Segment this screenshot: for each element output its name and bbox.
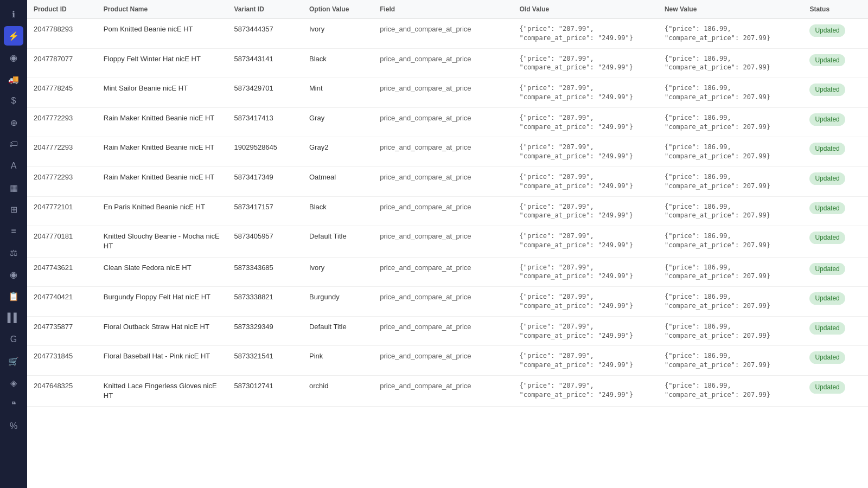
quote-icon[interactable]: ❝ [4, 395, 23, 414]
variant-id-cell: 5873417349 [228, 166, 303, 196]
bolt-icon[interactable]: ⚡ [4, 26, 23, 46]
g-icon[interactable]: G [4, 330, 23, 349]
product-name-cell: Floral Outback Straw Hat nicE HT [97, 316, 228, 346]
grid-icon[interactable]: ⊞ [4, 200, 23, 219]
new-value-cell: {"price": 186.99, "compare_at_price": 20… [658, 316, 803, 346]
product-name-cell: Knitted Lace Fingerless Gloves nicE HT [97, 375, 228, 406]
option-value-cell: Black [303, 48, 373, 78]
variant-id-cell: 5873329349 [228, 316, 303, 346]
status-badge: Updated [809, 351, 845, 364]
option-value-cell: Mint [303, 78, 373, 108]
variant-id-cell: 5873338821 [228, 287, 303, 317]
balance-icon[interactable]: ⚖ [4, 243, 23, 262]
table-row: 2047770181Knitted Slouchy Beanie - Mocha… [27, 226, 868, 257]
eye-icon[interactable]: ◉ [4, 265, 23, 284]
field-cell: price_and_compare_at_price [373, 257, 513, 287]
table-row: 2047772293Rain Maker Knitted Beanie nicE… [27, 166, 868, 196]
variant-id-cell: 5873429701 [228, 78, 303, 108]
table-row: 2047743621Clean Slate Fedora nicE HT5873… [27, 257, 868, 287]
option-value-cell: Default Title [303, 226, 373, 257]
old-value-cell: {"price": "207.99", "compare_at_price": … [513, 166, 658, 196]
circle-icon[interactable]: ◉ [4, 48, 23, 67]
new-value-cell: {"price": 186.99, "compare_at_price": 20… [658, 375, 803, 406]
text-icon[interactable]: A [4, 156, 23, 176]
variant-id-cell: 5873012741 [228, 375, 303, 406]
old-value-cell: {"price": "207.99", "compare_at_price": … [513, 316, 658, 346]
cart-icon[interactable]: 🛒 [4, 351, 23, 371]
option-value-cell: Pink [303, 346, 373, 376]
old-value-cell: {"price": "207.99", "compare_at_price": … [513, 257, 658, 287]
variant-id-cell: 5873444357 [228, 19, 303, 49]
status-cell: Updated [803, 48, 868, 78]
product-name-cell: Clean Slate Fedora nicE HT [97, 257, 228, 287]
field-cell: price_and_compare_at_price [373, 19, 513, 49]
barcode-icon[interactable]: ▌▌ [4, 308, 23, 328]
product-name-cell: Rain Maker Knitted Beanie nicE HT [97, 166, 228, 196]
status-cell: Updated [803, 375, 868, 406]
field-cell: price_and_compare_at_price [373, 48, 513, 78]
old-value-cell: {"price": "207.99", "compare_at_price": … [513, 226, 658, 257]
status-cell: Updated [803, 137, 868, 167]
product-name-cell: En Paris Knitted Beanie nicE HT [97, 196, 228, 226]
percent-icon[interactable]: % [4, 416, 23, 436]
new-value-cell: {"price": 186.99, "compare_at_price": 20… [658, 19, 803, 49]
status-badge: Updated [809, 232, 845, 244]
status-badge: Updated [809, 143, 845, 155]
product-id-cell: 2047731845 [27, 346, 97, 376]
status-badge: Updated [809, 263, 845, 275]
status-badge: Updated [809, 292, 845, 305]
field-cell: price_and_compare_at_price [373, 78, 513, 108]
status-badge: Updated [809, 322, 845, 335]
col-old-value: Old Value [513, 0, 658, 19]
note-icon[interactable]: 📋 [4, 286, 23, 306]
new-value-cell: {"price": 186.99, "compare_at_price": 20… [658, 196, 803, 226]
status-badge: Updated [809, 54, 845, 67]
tag-icon[interactable]: 🏷 [4, 134, 23, 154]
field-cell: price_and_compare_at_price [373, 375, 513, 406]
status-badge: Updated [809, 113, 845, 126]
option-value-cell: Ivory [303, 19, 373, 49]
field-cell: price_and_compare_at_price [373, 107, 513, 137]
option-value-cell: Default Title [303, 316, 373, 346]
new-value-cell: {"price": 186.99, "compare_at_price": 20… [658, 346, 803, 376]
field-cell: price_and_compare_at_price [373, 166, 513, 196]
field-cell: price_and_compare_at_price [373, 346, 513, 376]
sidebar: ℹ⚡◉🚚$⊕🏷A▦⊞≡⚖◉📋▌▌G🛒◈❝% [0, 0, 27, 488]
variant-id-cell: 5873417157 [228, 196, 303, 226]
status-cell: Updated [803, 166, 868, 196]
truck-icon[interactable]: 🚚 [4, 69, 23, 89]
product-name-cell: Floral Baseball Hat - Pink nicE HT [97, 346, 228, 376]
table-row: 2047735877Floral Outback Straw Hat nicE … [27, 316, 868, 346]
product-name-cell: Burgundy Floppy Felt Hat nicE HT [97, 287, 228, 317]
field-cell: price_and_compare_at_price [373, 316, 513, 346]
status-cell: Updated [803, 107, 868, 137]
dollar-icon[interactable]: $ [4, 91, 23, 111]
field-cell: price_and_compare_at_price [373, 196, 513, 226]
list-icon[interactable]: ≡ [4, 221, 23, 241]
table-row: 2047772101En Paris Knitted Beanie nicE H… [27, 196, 868, 226]
product-id-cell: 2047743621 [27, 257, 97, 287]
old-value-cell: {"price": "207.99", "compare_at_price": … [513, 137, 658, 167]
option-value-cell: Oatmeal [303, 166, 373, 196]
product-name-cell: Knitted Slouchy Beanie - Mocha nicE HT [97, 226, 228, 257]
grid2-icon[interactable]: ▦ [4, 178, 23, 197]
status-cell: Updated [803, 346, 868, 376]
old-value-cell: {"price": "207.99", "compare_at_price": … [513, 287, 658, 317]
tag2-icon[interactable]: ⊕ [4, 113, 23, 132]
status-badge: Updated [809, 84, 845, 96]
product-id-cell: 2047772293 [27, 137, 97, 167]
table-row: 2047787077Floppy Felt Winter Hat nicE HT… [27, 48, 868, 78]
variant-id-cell: 19029528645 [228, 137, 303, 167]
table-container[interactable]: Product ID Product Name Variant ID Optio… [27, 0, 868, 488]
field-cell: price_and_compare_at_price [373, 137, 513, 167]
layer-icon[interactable]: ◈ [4, 373, 23, 393]
old-value-cell: {"price": "207.99", "compare_at_price": … [513, 107, 658, 137]
info-icon[interactable]: ℹ [4, 4, 23, 24]
product-name-cell: Rain Maker Knitted Beanie nicE HT [97, 107, 228, 137]
col-status: Status [803, 0, 868, 19]
new-value-cell: {"price": 186.99, "compare_at_price": 20… [658, 78, 803, 108]
option-value-cell: Ivory [303, 257, 373, 287]
status-badge: Updated [809, 24, 845, 37]
variant-id-cell: 5873343685 [228, 257, 303, 287]
variant-id-cell: 5873443141 [228, 48, 303, 78]
